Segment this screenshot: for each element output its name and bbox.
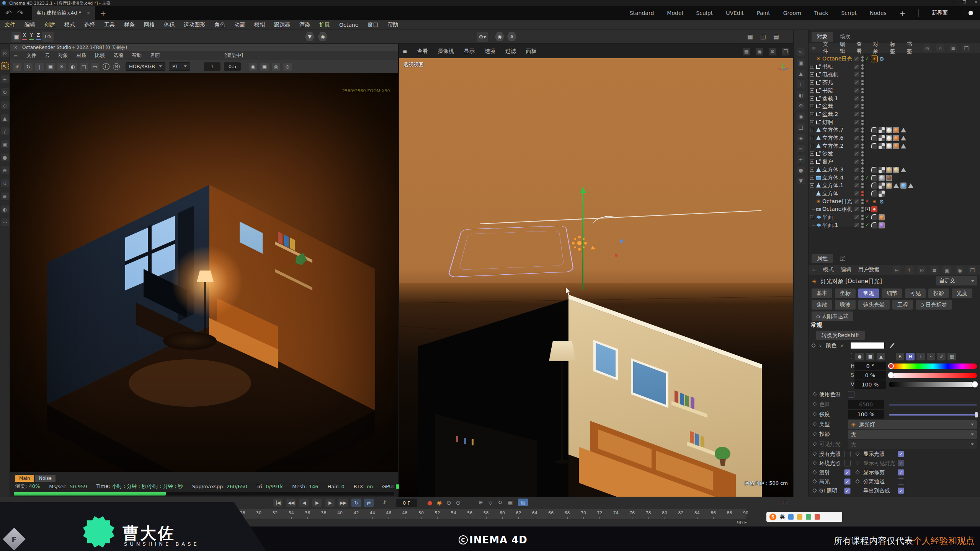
color-model-R[interactable]: R — [896, 353, 904, 360]
octane-menu-4[interactable]: 比较 — [95, 52, 105, 59]
keyframe-diamond-icon[interactable] — [812, 412, 817, 416]
object-name[interactable]: 沙发 — [822, 150, 833, 157]
material-tag[interactable] — [886, 135, 892, 141]
magnet-icon[interactable]: ∪ — [1, 179, 9, 187]
layer-icon[interactable] — [854, 65, 859, 69]
色温-slider[interactable] — [889, 404, 977, 406]
workspace-tab-7[interactable]: Script — [841, 10, 857, 16]
viewport-menu-2[interactable]: 显示 — [464, 48, 475, 55]
visibility-dot[interactable] — [861, 178, 864, 181]
layer-icon[interactable] — [854, 152, 859, 156]
search-icon[interactable]: ⊙ — [918, 266, 926, 274]
attr-tab-工程[interactable]: 工程 — [892, 300, 913, 310]
expand-icon[interactable]: + — [810, 160, 814, 164]
axis-y-toggle[interactable]: Y — [28, 32, 34, 38]
frame-64[interactable]: 64 — [530, 510, 539, 515]
expression-tag-icon[interactable]: ⚙ — [879, 56, 885, 62]
pause-icon[interactable]: ‖ — [35, 63, 44, 71]
frame-42[interactable]: 42 — [351, 510, 361, 515]
cube-icon[interactable]: ▣ — [1, 140, 9, 148]
back-icon[interactable]: ← — [893, 266, 900, 274]
layout-icon-1[interactable]: ▦ — [747, 33, 753, 40]
layers-icon[interactable]: ≡ — [1, 192, 9, 200]
kernel-dropdown[interactable]: PT — [169, 62, 190, 71]
undo-icon[interactable]: ↶ — [5, 8, 12, 18]
material-tag[interactable] — [893, 143, 899, 149]
menu-9[interactable]: 运动图形 — [184, 21, 205, 28]
viewport-menu-icon[interactable]: ≡ — [403, 48, 407, 54]
visibility-dot[interactable] — [861, 147, 864, 149]
spinner-icon[interactable]: ⌃⌄ — [850, 354, 853, 360]
checker-tag-icon[interactable] — [879, 191, 885, 197]
more-icon[interactable]: ⋯ — [1, 218, 9, 226]
visibility-dot[interactable] — [861, 130, 864, 133]
object-name[interactable]: 立方体.3 — [822, 166, 843, 173]
分离通道-checkbox[interactable] — [898, 478, 904, 485]
object-name[interactable]: 立方体 — [822, 190, 838, 197]
orbit-icon[interactable]: ↻ — [24, 63, 33, 71]
attr-tab-日光标签[interactable]: 日光标签 — [916, 300, 952, 310]
cube-icon[interactable]: ▣ — [797, 59, 805, 67]
visibility-dot[interactable] — [861, 159, 864, 161]
phong-tag-icon[interactable] — [871, 127, 877, 133]
menu-0[interactable]: 文件 — [5, 21, 15, 28]
key2-icon[interactable]: ⊙ — [456, 499, 461, 506]
layer-icon[interactable] — [854, 128, 859, 132]
frame-32[interactable]: 32 — [270, 510, 279, 515]
record-icon[interactable]: ● — [427, 499, 432, 506]
samples-field[interactable]: 1 — [204, 62, 220, 71]
workspace-tab-8[interactable]: Nodes — [870, 10, 887, 16]
visibility-dot[interactable] — [861, 223, 864, 225]
coord-system-icon[interactable]: L⊕ — [42, 32, 54, 42]
expand-icon[interactable]: + — [810, 152, 814, 156]
attr-tab-细节[interactable]: 细节 — [882, 289, 902, 298]
expand-icon[interactable]: + — [810, 80, 814, 85]
object-name[interactable]: 书架 — [822, 87, 833, 94]
attr-tab-光度[interactable]: 光度 — [952, 289, 972, 298]
frame-78[interactable]: 78 — [644, 510, 653, 515]
visibility-dot[interactable] — [861, 218, 864, 220]
frame-70[interactable]: 70 — [579, 510, 588, 515]
axis-icon[interactable]: ⊕ — [1, 166, 9, 174]
cone-icon[interactable]: ▲ — [797, 70, 805, 77]
filter-icon[interactable]: ≡ — [931, 266, 938, 274]
frame-74[interactable]: 74 — [611, 510, 621, 515]
layer-icon[interactable] — [854, 215, 859, 219]
ime-mic-icon[interactable] — [788, 514, 794, 520]
object-name[interactable]: Octane相机 — [822, 206, 852, 213]
frame-60[interactable]: 60 — [498, 510, 507, 515]
visibility-dot[interactable] — [861, 139, 864, 141]
color-square-icon[interactable]: ■ — [866, 353, 874, 360]
没有光照-checkbox[interactable] — [844, 451, 851, 457]
visibility-dot[interactable] — [861, 127, 864, 130]
layer-icon[interactable] — [854, 136, 859, 140]
live-icon[interactable]: ↖ — [1, 62, 9, 70]
colorspace-dropdown[interactable]: HDR/sRGB — [126, 62, 165, 71]
visibility-dot[interactable] — [861, 135, 864, 138]
visibility-dot[interactable] — [861, 162, 864, 165]
workspace-tab-2[interactable]: Sculpt — [696, 10, 713, 16]
visibility-dot[interactable] — [861, 143, 864, 146]
expand-icon[interactable]: + — [810, 112, 814, 116]
color-swatch[interactable] — [850, 342, 885, 349]
visibility-dot[interactable] — [861, 75, 864, 77]
frame-62[interactable]: 62 — [514, 510, 523, 515]
material-tag[interactable] — [886, 167, 892, 173]
viewport-canvas[interactable]: 透视视图 — [399, 58, 793, 497]
octane-close-icon[interactable]: × — [14, 45, 18, 50]
object-name[interactable]: 立方体.6 — [822, 135, 843, 142]
visibility-dot[interactable] — [861, 96, 864, 98]
显示光照-checkbox[interactable]: ✓ — [898, 451, 904, 457]
checker-tag-icon[interactable] — [879, 167, 885, 173]
object-name[interactable]: 立方体.7 — [822, 127, 843, 134]
tri-tag-icon[interactable] — [900, 135, 906, 141]
frame-82[interactable]: 82 — [676, 510, 685, 515]
强度-field[interactable]: 100 % — [848, 410, 884, 419]
play-icon[interactable]: ▶ — [312, 499, 322, 507]
layer-icon[interactable] — [854, 199, 859, 204]
object-row-立方体.6[interactable]: +立方体.6 — [808, 134, 977, 142]
object-row-立方体.1[interactable]: +立方体.1 — [808, 182, 977, 189]
checker-tag-icon[interactable] — [879, 183, 885, 189]
attr-tab-坐标[interactable]: 坐标 — [835, 289, 856, 298]
axis-x-toggle[interactable]: X — [21, 32, 28, 38]
